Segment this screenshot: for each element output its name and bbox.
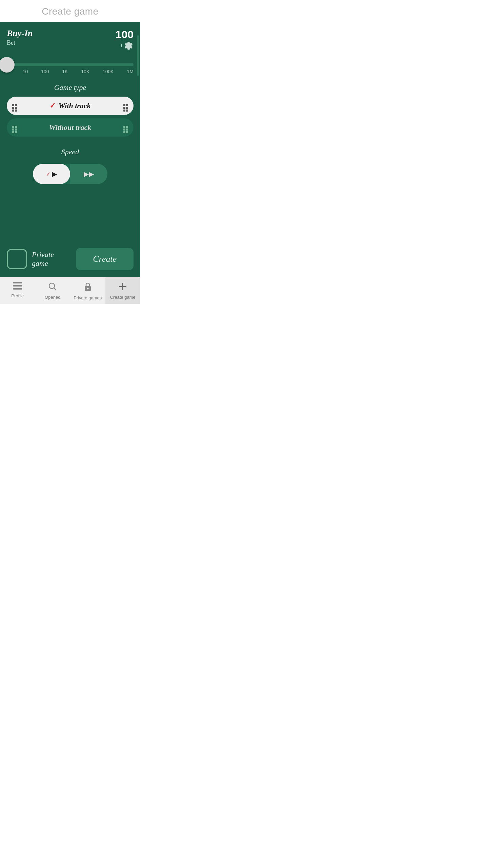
buyin-bet-label: Bet: [7, 39, 33, 46]
slider-labels: 1 10 100 1K 10K 100K 1M: [7, 69, 134, 74]
svg-rect-0: [13, 282, 22, 283]
menu-icon: [13, 282, 22, 291]
slider-label-100k: 100K: [103, 69, 114, 74]
bottom-actions: Private game Create: [7, 238, 134, 270]
with-track-check: ✓: [49, 101, 56, 110]
svg-rect-1: [13, 285, 22, 287]
page-header: Create game: [0, 0, 140, 22]
game-type-title: Game type: [7, 83, 134, 92]
svg-point-3: [49, 283, 55, 289]
game-type-without-track[interactable]: Without track: [7, 118, 134, 137]
speed-toggle: ✓ ▶ ▶▶: [7, 164, 134, 184]
with-track-label: With track: [58, 101, 90, 110]
with-track-icon-right: [123, 100, 128, 112]
without-track-label: Without track: [49, 123, 92, 132]
buyin-label: Buy-In: [7, 28, 33, 39]
search-icon: [48, 282, 57, 293]
speed-normal-btn[interactable]: ✓ ▶: [33, 164, 70, 184]
plus-icon: [118, 282, 127, 293]
nav-label-create-game: Create game: [110, 295, 136, 300]
gear-icon[interactable]: [124, 41, 134, 51]
buyin-section: Buy-In Bet 100 1: [7, 28, 134, 51]
nav-label-opened: Opened: [45, 295, 60, 300]
game-type-with-track[interactable]: ✓ With track: [7, 97, 134, 115]
nav-item-profile[interactable]: Profile: [0, 277, 35, 304]
svg-line-4: [54, 288, 56, 290]
nav-item-private-games[interactable]: Private games: [70, 277, 105, 304]
main-content: Buy-In Bet 100 1 1 10 100 1K 10K 100K 1M: [0, 22, 140, 277]
slider-label-10: 10: [23, 69, 28, 74]
page-title: Create game: [42, 6, 98, 17]
create-button[interactable]: Create: [76, 248, 134, 270]
bet-slider-container: 1 10 100 1K 10K 100K 1M: [7, 57, 134, 74]
nav-item-create-game[interactable]: Create game: [105, 277, 141, 304]
bottom-nav: Profile Opened Private games Cre: [0, 277, 140, 304]
with-track-icon-left: [12, 100, 17, 112]
speed-fast-icon: ▶▶: [84, 170, 94, 178]
lock-icon: [84, 282, 92, 293]
nav-label-private-games: Private games: [74, 295, 102, 300]
svg-rect-2: [13, 288, 22, 290]
buyin-settings-value: 1: [120, 43, 123, 48]
speed-fast-btn[interactable]: ▶▶: [70, 164, 107, 184]
slider-label-1k: 1K: [62, 69, 68, 74]
nav-label-profile: Profile: [11, 293, 24, 298]
slider-label-10k: 10K: [81, 69, 89, 74]
buyin-left: Buy-In Bet: [7, 28, 33, 46]
slider-label-100: 100: [41, 69, 49, 74]
private-game-label: Private game: [32, 250, 71, 268]
svg-point-6: [87, 288, 88, 290]
without-track-icon-right: [123, 122, 128, 133]
buyin-settings[interactable]: 1: [120, 41, 134, 51]
private-game-checkbox[interactable]: [7, 249, 27, 269]
buyin-right: 100 1: [116, 28, 134, 51]
speed-normal-check: ✓: [46, 171, 50, 177]
speed-normal-icon: ▶: [52, 170, 57, 178]
speed-title: Speed: [7, 147, 134, 156]
buyin-value: 100: [116, 28, 134, 41]
slider-track[interactable]: [7, 63, 134, 66]
speed-container: ✓ ▶ ▶▶: [33, 164, 107, 184]
without-track-icon-left: [12, 122, 17, 133]
nav-item-opened[interactable]: Opened: [35, 277, 70, 304]
slider-label-1m: 1M: [127, 69, 134, 74]
